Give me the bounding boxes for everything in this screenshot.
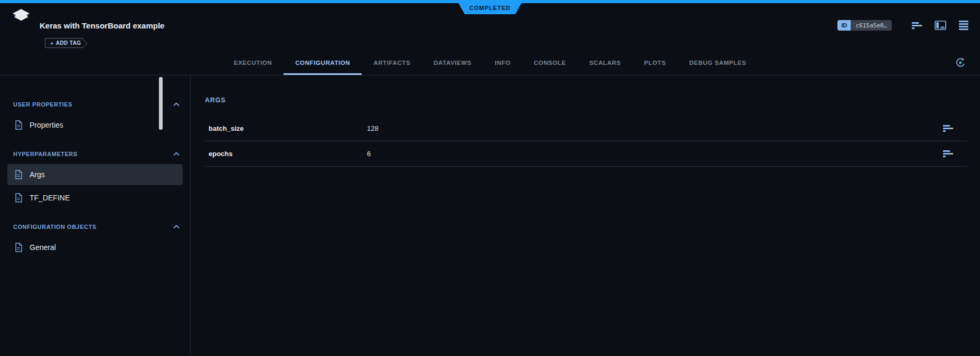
- tab-console[interactable]: CONSOLE: [522, 50, 578, 75]
- header-actions: ID c615a5e0…: [837, 20, 968, 31]
- sidebar-item-tf-define[interactable]: TF_DEFINE: [7, 187, 183, 208]
- app-logo-icon: [11, 8, 32, 28]
- configuration-sidebar: USER PROPERTIES Properties: [0, 75, 191, 356]
- description-lines-icon[interactable]: [912, 22, 922, 29]
- sidebar-item-general[interactable]: General: [7, 237, 183, 258]
- sidebar-item-label: General: [30, 243, 56, 252]
- menu-bars-icon[interactable]: [959, 21, 968, 30]
- add-tag-button[interactable]: + ADD TAG: [45, 38, 83, 48]
- status-badge-label: COMPLETED: [469, 5, 511, 11]
- sidebar-item-args[interactable]: Args: [7, 164, 183, 185]
- tab-execution[interactable]: EXECUTION: [222, 50, 284, 75]
- param-row-epochs: epochs 6: [205, 141, 967, 167]
- params-table: batch_size 128 epochs 6: [205, 116, 967, 167]
- section-hyperparameters: HYPERPARAMETERS Args: [0, 147, 190, 208]
- tab-debug-samples[interactable]: DEBUG SAMPLES: [677, 50, 758, 75]
- param-name: batch_size: [209, 124, 367, 132]
- tab-artifacts[interactable]: ARTIFACTS: [362, 50, 422, 75]
- param-description-lines-icon[interactable]: [943, 125, 953, 132]
- section-label: CONFIGURATION OBJECTS: [13, 224, 97, 230]
- param-value: 128: [367, 124, 943, 132]
- page-body: USER PROPERTIES Properties: [0, 75, 980, 356]
- document-icon: [15, 243, 23, 252]
- add-tag-label: ADD TAG: [56, 40, 81, 46]
- id-label: ID: [837, 20, 851, 31]
- section-header-configuration-objects[interactable]: CONFIGURATION OBJECTS: [0, 220, 190, 234]
- experiment-id-badge: ID c615a5e0…: [837, 20, 892, 31]
- tab-dataviews[interactable]: DATAVIEWS: [422, 50, 483, 75]
- sidebar-item-label: Properties: [30, 121, 63, 129]
- document-icon: [15, 170, 23, 179]
- sidebar-item-properties[interactable]: Properties: [7, 114, 183, 136]
- experiment-detail-page: COMPLETED Keras with TensorBoard example…: [0, 0, 980, 356]
- tab-scalars[interactable]: SCALARS: [578, 50, 633, 75]
- tab-bar: EXECUTION CONFIGURATION ARTIFACTS DATAVI…: [0, 50, 980, 75]
- param-row-batch-size: batch_size 128: [205, 116, 967, 141]
- tab-info[interactable]: INFO: [483, 50, 522, 75]
- status-badge: COMPLETED: [457, 0, 523, 14]
- sidebar-item-label: Args: [30, 170, 45, 179]
- param-description-lines-icon[interactable]: [943, 150, 953, 157]
- auto-refresh-icon[interactable]: [955, 57, 966, 71]
- chevron-up-icon[interactable]: [173, 101, 180, 108]
- info-panel-layout-icon[interactable]: [935, 21, 946, 30]
- args-panel: ARGS batch_size 128 epochs 6: [191, 75, 980, 356]
- document-icon: [15, 120, 23, 130]
- section-label: USER PROPERTIES: [13, 101, 72, 108]
- section-configuration-objects: CONFIGURATION OBJECTS General: [0, 220, 190, 258]
- param-value: 6: [367, 150, 943, 158]
- tab-configuration[interactable]: CONFIGURATION: [284, 50, 362, 75]
- experiment-title: Keras with TensorBoard example: [40, 21, 164, 30]
- chevron-up-icon[interactable]: [173, 151, 180, 157]
- chevron-up-icon[interactable]: [173, 224, 180, 230]
- plus-icon: +: [50, 40, 54, 46]
- section-header-hyperparameters[interactable]: HYPERPARAMETERS: [0, 147, 190, 161]
- document-icon: [15, 193, 23, 203]
- section-label: HYPERPARAMETERS: [13, 151, 78, 157]
- sidebar-item-label: TF_DEFINE: [30, 194, 70, 202]
- sidebar-scrollbar-thumb[interactable]: [159, 77, 163, 130]
- args-panel-title: ARGS: [205, 97, 967, 104]
- id-value[interactable]: c615a5e0…: [851, 20, 892, 31]
- param-name: epochs: [209, 150, 367, 158]
- tab-plots[interactable]: PLOTS: [633, 50, 677, 75]
